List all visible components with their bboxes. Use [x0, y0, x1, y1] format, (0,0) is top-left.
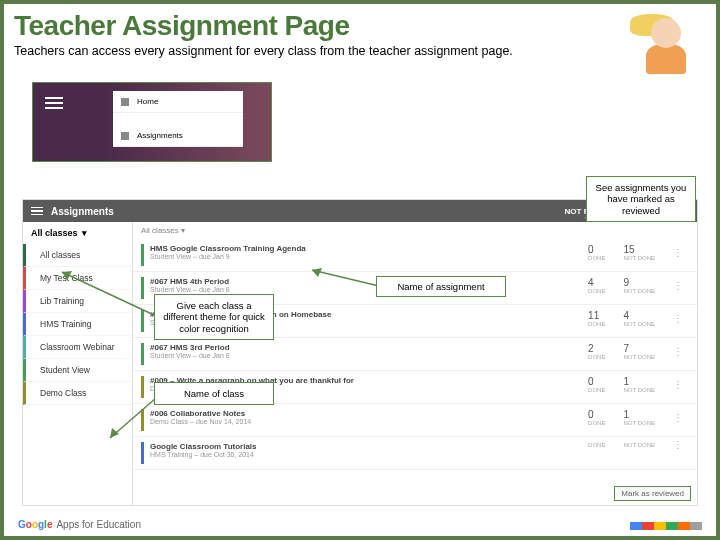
class-color-bar [141, 244, 144, 266]
assignment-row[interactable]: HMS Google Classroom Training Agenda Stu… [133, 239, 697, 272]
arrow-class-name [104, 394, 159, 444]
assignment-title: #006 Collaborative Notes [150, 409, 582, 418]
more-icon[interactable]: ⋮ [673, 442, 683, 448]
svg-line-6 [110, 398, 156, 438]
more-icon[interactable]: ⋮ [673, 349, 683, 355]
notdone-count: 15 [623, 244, 655, 255]
callout-class-name: Name of class [154, 382, 274, 405]
callout-reviewed: See assignments you have marked as revie… [586, 176, 696, 222]
app-screenshot: Assignments NOT REVIEWED REVIEWED All cl… [22, 199, 698, 506]
notdone-count: 1 [623, 376, 655, 387]
menu-item-assignments[interactable]: Assignments [113, 125, 243, 147]
more-icon[interactable]: ⋮ [673, 382, 683, 388]
sidebar-class-item[interactable]: Student View [23, 359, 132, 382]
all-classes-dropdown[interactable]: All classes ▾ [23, 222, 132, 244]
notdone-count: 9 [623, 277, 655, 288]
main-menu-banner: Home Assignments [32, 82, 272, 162]
footer-logo: Google Apps for Education [18, 519, 141, 530]
arrow-assignment-name [304, 264, 384, 294]
banner-dropdown-menu: Home Assignments [113, 91, 243, 147]
assignment-subtitle: Student View – due Jan 8 [150, 352, 582, 359]
done-count: 0 [588, 409, 605, 420]
assignment-subtitle: HMS Training – due Oct 30, 2014 [150, 451, 582, 458]
menu-item-home[interactable]: Home [113, 91, 243, 113]
chevron-down-icon: ▾ [82, 228, 87, 238]
content-filter[interactable]: All classes ▾ [133, 222, 697, 239]
google-logo: Google [18, 519, 52, 530]
assignments-content: All classes ▾ HMS Google Classroom Train… [133, 222, 697, 505]
notdone-count: 7 [623, 343, 655, 354]
app-hamburger-icon[interactable] [31, 207, 43, 216]
callout-assignment-name: Name of assignment [376, 276, 506, 297]
done-count: 0 [588, 376, 605, 387]
class-color-bar [141, 442, 144, 464]
assignment-title: Google Classroom Tutorials [150, 442, 582, 451]
assignments-icon [121, 132, 129, 140]
mark-as-reviewed-button[interactable]: Mark as reviewed [614, 486, 691, 501]
assignment-row[interactable]: Google Classroom Tutorials HMS Training … [133, 437, 697, 470]
assignment-subtitle: Student View – due Jan 9 [150, 253, 582, 260]
assignment-row[interactable]: #006 Collaborative Notes Demo Class – du… [133, 404, 697, 437]
svg-line-2 [312, 270, 379, 286]
page-subtitle: Teachers can access every assignment for… [4, 44, 716, 64]
home-icon [121, 98, 129, 106]
assignment-title: HMS Google Classroom Training Agenda [150, 244, 582, 253]
svg-line-4 [62, 272, 156, 316]
hamburger-icon[interactable] [45, 97, 63, 112]
class-color-bar [141, 343, 144, 365]
page-title: Teacher Assignment Page [4, 4, 716, 44]
done-count: 0 [588, 244, 605, 255]
notdone-count: 1 [623, 409, 655, 420]
more-icon[interactable]: ⋮ [673, 316, 683, 322]
assignment-title: #067 HMS 3rd Period [150, 343, 582, 352]
assignment-subtitle: Demo Class – due Nov 14, 2014 [150, 418, 582, 425]
notdone-count: 4 [623, 310, 655, 321]
assignment-row[interactable]: #067 HMS 3rd Period Student View – due J… [133, 338, 697, 371]
more-icon[interactable]: ⋮ [673, 415, 683, 421]
more-icon[interactable]: ⋮ [673, 250, 683, 256]
app-header-title: Assignments [51, 206, 565, 217]
more-icon[interactable]: ⋮ [673, 283, 683, 289]
done-count: 11 [588, 310, 605, 321]
callout-theme: Give each class a different theme for qu… [154, 294, 274, 340]
teacher-avatar [636, 10, 696, 80]
done-count: 2 [588, 343, 605, 354]
done-count: 4 [588, 277, 605, 288]
footer-color-bars [630, 522, 702, 530]
arrow-theme [54, 264, 159, 324]
svg-marker-7 [110, 428, 119, 438]
sidebar-class-item[interactable]: Classroom Webinar [23, 336, 132, 359]
